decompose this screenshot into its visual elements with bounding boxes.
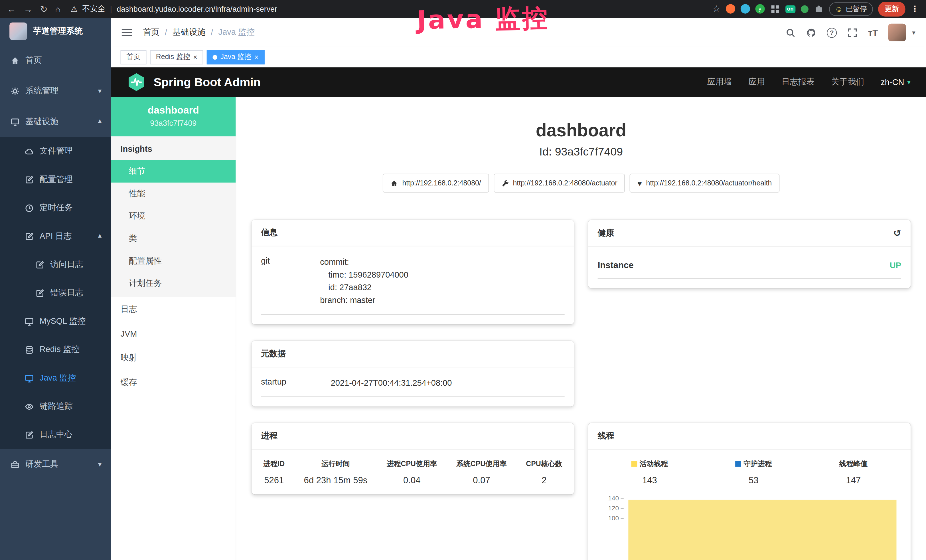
sidebar-item-api-log[interactable]: API 日志 ▾ bbox=[0, 222, 111, 250]
locale-label: zh-CN bbox=[881, 77, 904, 87]
sidebar-item-devtools[interactable]: 研发工具 ▾ bbox=[0, 449, 111, 480]
stat-label: 进程ID bbox=[263, 459, 285, 469]
process-card: 进程 进程ID 5261 运行时间 bbox=[251, 423, 574, 495]
health-url-link[interactable]: ♥ http://192.168.0.2:48080/actuator/heal… bbox=[630, 174, 779, 192]
sidebar-item-error-log[interactable]: 错误日志 bbox=[0, 279, 111, 307]
close-icon[interactable]: × bbox=[254, 53, 259, 61]
process-stat: 进程CPU使用率 0.04 bbox=[387, 459, 437, 485]
puzzle-extensions-icon[interactable] bbox=[814, 4, 824, 14]
sidebar-item-label: 研发工具 bbox=[26, 459, 59, 469]
extension-icon[interactable] bbox=[740, 4, 750, 14]
sba-nav-journal[interactable]: 日志报表 bbox=[781, 77, 814, 87]
info-row-git: git commit: time: 1596289704000 id: 27aa… bbox=[261, 256, 564, 315]
reload-icon[interactable]: ↻ bbox=[40, 5, 48, 14]
sba-item-configprops[interactable]: 配置属性 bbox=[111, 250, 236, 272]
sba-item-classes[interactable]: 类 bbox=[111, 227, 236, 250]
extension-icon[interactable] bbox=[726, 4, 735, 14]
chevron-down-icon: ▾ bbox=[907, 78, 911, 86]
extensions-grid-icon[interactable] bbox=[770, 4, 780, 14]
browser-chrome: ← → ↻ ⌂ ⚠ 不安全 | dashboard.yudao.iocoder.… bbox=[0, 0, 926, 18]
edit-icon bbox=[25, 232, 34, 241]
sidebar-item-system[interactable]: 系统管理 ▾ bbox=[0, 76, 111, 106]
tag-home[interactable]: 首页 bbox=[120, 50, 146, 64]
sidebar-menu: 首页 系统管理 ▾ 基础设施 ▾ 文件管理 bbox=[0, 45, 111, 480]
sidebar-item-home[interactable]: 首页 bbox=[0, 45, 111, 76]
github-icon[interactable] bbox=[806, 27, 816, 37]
locale-select[interactable]: zh-CN ▾ bbox=[881, 77, 911, 87]
sidebar-item-label: 访问日志 bbox=[50, 259, 83, 270]
browser-actions: ☆ y on ☺ 已暂停 更新 ⋮ bbox=[713, 2, 919, 16]
app-logo-avatar bbox=[9, 23, 27, 40]
extension-icon[interactable]: y bbox=[755, 4, 764, 14]
sidebar-item-label: 基础设施 bbox=[26, 117, 59, 127]
breadcrumb-home[interactable]: 首页 bbox=[143, 27, 159, 38]
sba-item-details[interactable]: 细节 bbox=[111, 160, 236, 183]
sba-item-mappings[interactable]: 映射 bbox=[111, 345, 236, 370]
sidebar-item-files[interactable]: 文件管理 bbox=[0, 137, 111, 165]
sidebar-item-config[interactable]: 配置管理 bbox=[0, 165, 111, 194]
sidebar-item-access-log[interactable]: 访问日志 bbox=[0, 250, 111, 279]
sidebar-item-tracing[interactable]: 链路追踪 bbox=[0, 392, 111, 421]
hamburger-icon[interactable] bbox=[122, 28, 132, 37]
sba-item-jvm[interactable]: JVM bbox=[111, 322, 236, 346]
link-label: http://192.168.0.2:48080/actuator bbox=[513, 179, 617, 187]
sidebar-item-infra[interactable]: 基础设施 ▾ bbox=[0, 106, 111, 137]
actuator-url-link[interactable]: http://192.168.0.2:48080/actuator bbox=[493, 174, 625, 192]
back-icon[interactable]: ← bbox=[7, 5, 16, 14]
avatar-caret-icon[interactable]: ▾ bbox=[912, 29, 915, 36]
git-commit-id: id: 27aa832 bbox=[320, 281, 564, 294]
git-branch: branch: master bbox=[320, 294, 564, 307]
sidebar-item-mysql[interactable]: MySQL 监控 bbox=[0, 307, 111, 336]
sba-item-metrics[interactable]: 性能 bbox=[111, 183, 236, 205]
url-text[interactable]: dashboard.yudao.iocoder.cn/infra/admin-s… bbox=[117, 5, 277, 14]
menu-dots-icon[interactable]: ⋮ bbox=[911, 4, 919, 14]
sba-brand-title: Spring Boot Admin bbox=[153, 75, 261, 89]
sba-nav-wallboard[interactable]: 应用墙 bbox=[707, 77, 732, 87]
close-icon[interactable]: × bbox=[193, 53, 197, 61]
tag-redis[interactable]: Redis 监控 × bbox=[150, 50, 203, 64]
sba-item-environment[interactable]: 环境 bbox=[111, 205, 236, 228]
help-icon[interactable]: ? bbox=[827, 27, 837, 37]
extension-icon[interactable] bbox=[800, 5, 808, 13]
update-button[interactable]: 更新 bbox=[878, 2, 905, 16]
security-label[interactable]: 不安全 bbox=[82, 3, 105, 14]
paused-badge[interactable]: ☺ 已暂停 bbox=[829, 2, 873, 16]
sidebar-item-log-center[interactable]: 日志中心 bbox=[0, 421, 111, 449]
y-tick: 100 bbox=[606, 515, 624, 522]
heart-icon: ♥ bbox=[637, 179, 642, 187]
sba-nav-about[interactable]: 关于我们 bbox=[831, 77, 864, 87]
forward-icon[interactable]: → bbox=[24, 5, 33, 14]
health-instance-row[interactable]: Instance UP bbox=[598, 256, 901, 279]
text-size-icon[interactable]: тT bbox=[868, 27, 878, 37]
tag-label: Java 监控 bbox=[220, 52, 251, 62]
search-icon[interactable] bbox=[785, 27, 795, 37]
tag-java-active[interactable]: Java 监控 × bbox=[207, 50, 264, 64]
sba-item-caches[interactable]: 缓存 bbox=[111, 370, 236, 395]
sba-nav-applications[interactable]: 应用 bbox=[748, 77, 765, 87]
sidebar-item-redis[interactable]: Redis 监控 bbox=[0, 336, 111, 364]
breadcrumb-section[interactable]: 基础设施 bbox=[172, 27, 205, 38]
toolbox-icon bbox=[11, 460, 20, 469]
process-stat: 系统CPU使用率 0.07 bbox=[456, 459, 507, 485]
sidebar-item-label: 首页 bbox=[26, 55, 42, 66]
sba-item-scheduled-tasks[interactable]: 计划任务 bbox=[111, 272, 236, 295]
service-url-link[interactable]: http://192.168.0.2:48080/ bbox=[383, 174, 489, 192]
sba-item-loggers[interactable]: 日志 bbox=[111, 297, 236, 322]
health-instance-label: Instance bbox=[598, 260, 634, 270]
chevron-up-icon: ▾ bbox=[98, 118, 101, 126]
sidebar-item-java[interactable]: Java 监控 bbox=[0, 364, 111, 392]
link-label: http://192.168.0.2:48080/actuator/health bbox=[646, 179, 772, 187]
fullscreen-icon[interactable] bbox=[847, 27, 858, 37]
bookmark-icon[interactable]: ☆ bbox=[713, 3, 720, 14]
address-bar[interactable]: ⚠ 不安全 | dashboard.yudao.iocoder.cn/infra… bbox=[71, 3, 705, 14]
git-commit-time: time: 1596289704000 bbox=[320, 269, 564, 282]
info-key: git bbox=[261, 256, 320, 307]
sidebar-item-jobs[interactable]: 定时任务 bbox=[0, 194, 111, 222]
history-icon[interactable]: ↺ bbox=[893, 227, 901, 239]
on-extension-badge[interactable]: on bbox=[785, 5, 795, 13]
breadcrumb-current: Java 监控 bbox=[218, 27, 255, 38]
legend-swatch-yellow bbox=[631, 461, 637, 467]
home-icon[interactable]: ⌂ bbox=[55, 5, 61, 14]
user-avatar[interactable] bbox=[888, 24, 906, 41]
legend-label: 守护进程 bbox=[743, 460, 772, 468]
